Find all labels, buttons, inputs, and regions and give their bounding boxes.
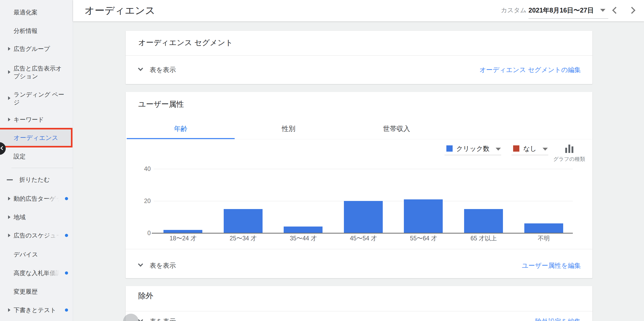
- show-table-label: 表を表示: [150, 66, 176, 74]
- card-title: ユーザー属性: [138, 99, 184, 110]
- tab-2[interactable]: 性別: [235, 118, 343, 139]
- sidebar-item[interactable]: キーワード: [0, 114, 73, 125]
- demographics-card: ユーザー属性 年齢性別世帯収入 クリック数 なし グラフの種類 0204018〜…: [126, 92, 592, 278]
- chevron-down-icon: [138, 66, 143, 71]
- sidebar-item[interactable]: 広告グループ: [0, 43, 73, 55]
- show-table-button[interactable]: 表を表示: [136, 64, 193, 76]
- sidebar-item[interactable]: ランディング ペー ジ: [0, 90, 73, 106]
- chart-type-button[interactable]: [565, 145, 574, 153]
- divider: [126, 55, 592, 56]
- tab-row-border: [126, 139, 592, 139]
- gridline: [154, 169, 573, 169]
- expand-arrow-icon: [8, 47, 10, 51]
- date-range-type-label: カスタム: [501, 0, 526, 20]
- metric1-select[interactable]: [444, 143, 502, 156]
- sidebar-item-label: 分析情報: [14, 25, 38, 37]
- sidebar-item[interactable]: 下書きとテスト: [0, 304, 73, 316]
- x-axis-category-label: 35〜44 才: [273, 234, 333, 242]
- notification-dot: [65, 271, 68, 275]
- sidebar-item[interactable]: 最適化案: [0, 7, 73, 18]
- text-fade: [44, 193, 64, 204]
- date-picker-underline: [528, 18, 608, 19]
- exclusions-card: 除外 表を表示 除外設定を編集: [126, 286, 592, 321]
- chart-bar: [404, 199, 443, 233]
- bar-chart-icon: [572, 146, 573, 153]
- sidebar-item[interactable]: 広告のスケジュール: [0, 230, 73, 241]
- x-axis-category-label: 不明: [514, 234, 574, 242]
- x-axis-category-label: 45〜54 才: [333, 234, 394, 242]
- tab-1[interactable]: 年齢: [127, 118, 235, 139]
- sidebar-item-label: 広告グループ: [14, 43, 50, 55]
- chart-type-label: グラフの種類: [549, 156, 589, 163]
- divider: [126, 249, 592, 249]
- expand-arrow-icon: [8, 118, 10, 121]
- date-range-picker[interactable]: 2021年8月16日〜27日: [528, 0, 594, 20]
- x-axis-category-label: 65 才以上: [453, 234, 514, 242]
- chart-bar: [464, 209, 503, 233]
- card-title: オーディエンス セグメント: [138, 38, 233, 48]
- sidebar-item-label: 地域: [14, 211, 26, 223]
- chart-bar: [224, 209, 263, 233]
- page-title: オーディエンス: [84, 0, 155, 21]
- sidebar-item[interactable]: デバイス: [0, 249, 73, 260]
- sidebar-item[interactable]: 地域: [0, 211, 73, 223]
- sidebar-item-label: デバイス: [14, 249, 38, 260]
- sidebar-item[interactable]: 広告と広告表示オ プション: [0, 64, 73, 80]
- sidebar-nav: 最適化案分析情報広告グループ広告と広告表示オ プションランディング ペー ジキー…: [0, 0, 73, 321]
- sidebar-item[interactable]: 動的広告ターゲット: [0, 193, 73, 204]
- sidebar-item[interactable]: 分析情報: [0, 25, 73, 37]
- sidebar-item-label: 広告と広告表示オ プション: [14, 64, 62, 80]
- expand-arrow-icon: [8, 70, 10, 74]
- x-axis-category-label: 25〜34 才: [213, 234, 274, 242]
- y-axis-tick-label: 0: [128, 229, 151, 237]
- show-table-button[interactable]: 表を表示: [136, 260, 193, 272]
- sidebar-item-label: キーワード: [14, 114, 44, 125]
- tab-3[interactable]: 世帯収入: [343, 118, 451, 139]
- notification-dot: [65, 308, 68, 312]
- y-axis-tick-label: 40: [128, 165, 151, 173]
- show-table-label: 表を表示: [150, 317, 176, 321]
- sidebar-collapse-button[interactable]: 折りたたむ: [0, 174, 73, 185]
- expand-arrow-icon: [8, 215, 10, 219]
- text-fade: [44, 230, 64, 241]
- sidebar-item-label: ランディング ペー ジ: [14, 91, 64, 106]
- chart-bar: [344, 201, 383, 233]
- sidebar-divider: [11, 168, 73, 168]
- sidebar-item[interactable]: 変更履歴: [0, 286, 73, 297]
- edit-demographics-link[interactable]: ユーザー属性を編集: [522, 261, 581, 269]
- page-header: オーディエンス カスタム 2021年8月16日〜27日: [73, 0, 644, 21]
- minus-icon: [7, 179, 13, 180]
- sidebar-item-label: 変更履歴: [14, 286, 38, 297]
- audience-segments-card: オーディエンス セグメント 表を表示 オーディエンス セグメントの編集: [126, 31, 592, 84]
- sidebar-item[interactable]: 高度な入札単価調整: [0, 267, 73, 279]
- sidebar-item[interactable]: 設定: [0, 151, 73, 162]
- chevron-down-icon: [138, 261, 143, 267]
- show-table-button[interactable]: 表を表示: [136, 314, 193, 321]
- chart-bar: [524, 223, 563, 233]
- previous-date-range-button[interactable]: [612, 7, 619, 14]
- collapse-label: 折りたたむ: [19, 174, 50, 185]
- notification-dot: [65, 234, 68, 237]
- expand-arrow-icon: [8, 308, 10, 312]
- card-title: 除外: [138, 291, 153, 301]
- expand-arrow-icon: [8, 197, 10, 200]
- chart-bar: [284, 227, 323, 233]
- edit-exclusions-link[interactable]: 除外設定を編集: [535, 317, 581, 321]
- x-axis-category-label: 55〜64 才: [393, 234, 454, 242]
- sidebar-item-label: オーディエンス: [14, 129, 58, 146]
- sidebar-item-audience[interactable]: オーディエンス: [0, 128, 72, 147]
- next-date-range-button[interactable]: [628, 7, 635, 14]
- show-table-label: 表を表示: [150, 261, 176, 269]
- sidebar-item-label: 下書きとテスト: [14, 304, 56, 316]
- y-axis-tick-label: 20: [128, 197, 151, 205]
- metric2-select[interactable]: [511, 143, 549, 156]
- sidebar-item-label: 設定: [14, 151, 26, 162]
- bar-chart-icon: [565, 148, 567, 153]
- expand-arrow-icon: [8, 234, 10, 237]
- x-axis-category-label: 18〜24 才: [153, 234, 213, 242]
- chevron-down-icon: [138, 317, 143, 321]
- edit-audience-segments-link[interactable]: オーディエンス セグメントの編集: [479, 66, 581, 74]
- sidebar-item-label: 最適化案: [14, 7, 38, 18]
- chevron-left-icon: [1, 146, 5, 150]
- caret-down-icon[interactable]: [600, 9, 605, 12]
